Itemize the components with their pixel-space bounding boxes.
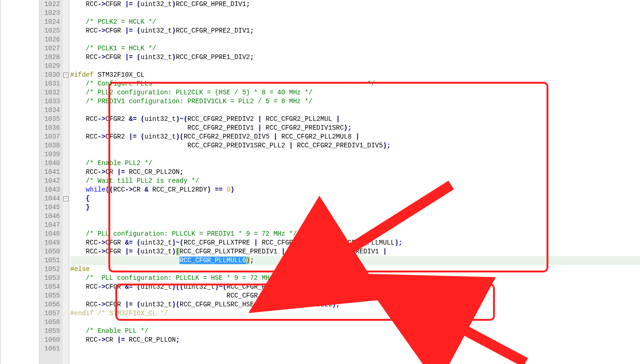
code-line[interactable]: RCC->CFGR |= (uint32_t)(RCC_CFGR_PLLXTPR… bbox=[70, 247, 640, 256]
code-line[interactable]: RCC->CFGR &= (uint32_t)((uint32_t)~(RCC_… bbox=[70, 283, 640, 291]
line-number: 1038 bbox=[40, 141, 60, 150]
code-line[interactable]: RCC->CR |= RCC_CR_PLL2ON; bbox=[70, 168, 640, 177]
line-number: 1035 bbox=[40, 115, 60, 124]
fold-gutter[interactable]: −− bbox=[63, 0, 69, 364]
code-line[interactable]: RCC_CFGR2_PREDIV1 | RCC_CFGR2_PREDIV1SRC… bbox=[70, 124, 640, 132]
fold-toggle[interactable]: − bbox=[63, 73, 68, 78]
line-number: 1039 bbox=[40, 150, 60, 159]
code-line[interactable] bbox=[70, 106, 640, 115]
line-number: 1028 bbox=[40, 53, 60, 62]
line-number: 1033 bbox=[40, 97, 60, 106]
code-line[interactable]: /* PREDIV1 configuration: PREDIV1CLK = P… bbox=[70, 97, 640, 106]
code-line[interactable]: #ifdef STM32F10X_CL bbox=[70, 71, 640, 79]
line-number: 1024 bbox=[40, 18, 60, 26]
line-number: 1049 bbox=[40, 238, 60, 247]
line-number: 1054 bbox=[40, 283, 60, 291]
code-line[interactable]: RCC->CFGR |= (uint32_t)RCC_CFGR_PPRE2_DI… bbox=[70, 26, 640, 35]
line-number: 1057 bbox=[40, 309, 60, 318]
code-line[interactable]: /* Wait till PLL2 is ready */ bbox=[70, 177, 640, 185]
line-number: 1023 bbox=[40, 9, 60, 18]
line-number: 1055 bbox=[40, 291, 60, 300]
code-line[interactable]: /* Enable PLL */ bbox=[70, 327, 640, 336]
code-line[interactable]: /* Configure PLLs ----------------------… bbox=[70, 79, 640, 88]
line-number: 1037 bbox=[40, 132, 60, 141]
line-number: 1052 bbox=[40, 265, 60, 274]
code-line[interactable] bbox=[70, 9, 640, 18]
line-number: 1044 bbox=[40, 194, 60, 203]
line-number: 1051 bbox=[40, 256, 60, 265]
code-line[interactable]: /* PCLK2 = HCLK */ bbox=[70, 18, 640, 26]
code-line[interactable]: #else bbox=[70, 265, 640, 274]
line-number: 1059 bbox=[40, 327, 60, 336]
code-line[interactable]: RCC_CFGR_PLLMULL)); bbox=[70, 291, 640, 300]
code-line[interactable] bbox=[70, 221, 640, 230]
line-number: 1058 bbox=[40, 318, 60, 327]
code-line[interactable]: while((RCC->CR & RCC_CR_PLL2RDY) == 0) bbox=[70, 185, 640, 194]
line-number: 1056 bbox=[40, 300, 60, 309]
code-line[interactable]: /* PLL2 configuration: PLL2CLK = (HSE / … bbox=[70, 88, 640, 97]
code-line[interactable]: RCC->CFGR &= (uint32_t)~(RCC_CFGR_PLLXTP… bbox=[70, 238, 640, 247]
code-line[interactable] bbox=[70, 35, 640, 44]
code-line[interactable] bbox=[70, 318, 640, 327]
line-number: 1026 bbox=[40, 35, 60, 44]
code-line[interactable]: #endif /* STM32F10X_CL */ bbox=[70, 309, 640, 318]
line-number: 1041 bbox=[40, 168, 60, 177]
line-number: 1042 bbox=[40, 177, 60, 185]
line-number: 1040 bbox=[40, 159, 60, 168]
code-line[interactable]: /* Enable PLL2 */ bbox=[70, 159, 640, 168]
line-number: 1025 bbox=[40, 26, 60, 35]
line-number: 1043 bbox=[40, 185, 60, 194]
code-line[interactable] bbox=[70, 212, 640, 221]
line-number: 1022 bbox=[40, 0, 60, 9]
line-number: 1046 bbox=[40, 212, 60, 221]
code-line[interactable] bbox=[70, 344, 640, 353]
line-number: 1031 bbox=[40, 79, 60, 88]
line-number: 1050 bbox=[40, 247, 60, 256]
code-line[interactable]: RCC->CFGR |= (uint32_t)(RCC_CFGR_PLLSRC_… bbox=[70, 300, 640, 309]
line-number: 1032 bbox=[40, 88, 60, 97]
line-number: 1061 bbox=[40, 344, 60, 353]
code-line[interactable]: RCC->CFGR2 &= (uint32_t)~(RCC_CFGR2_PRED… bbox=[70, 115, 640, 124]
code-line[interactable]: } bbox=[70, 203, 640, 212]
code-line[interactable]: /* PLL configuration: PLLCLK = HSE * 9 =… bbox=[70, 274, 640, 283]
line-number-gutter: 1022102310241025102610271028102910301031… bbox=[40, 0, 63, 364]
line-number: 1053 bbox=[40, 274, 60, 283]
code-line[interactable]: RCC_CFGR_PLLMULL6); bbox=[70, 256, 640, 265]
code-line[interactable]: RCC->CFGR2 |= (uint32_t)(RCC_CFGR2_PREDI… bbox=[70, 132, 640, 141]
line-number: 1047 bbox=[40, 221, 60, 230]
fold-toggle[interactable]: − bbox=[63, 196, 68, 201]
line-number: 1060 bbox=[40, 336, 60, 344]
line-number: 1030 bbox=[40, 71, 60, 79]
editor-margin bbox=[0, 0, 40, 364]
line-number: 1027 bbox=[40, 44, 60, 53]
code-line[interactable]: RCC->CR |= RCC_CR_PLLON; bbox=[70, 336, 640, 344]
line-number: 1034 bbox=[40, 106, 60, 115]
code-line[interactable] bbox=[70, 150, 640, 159]
code-line[interactable]: /* PCLK1 = HCLK */ bbox=[70, 44, 640, 53]
code-editor: 1022102310241025102610271028102910301031… bbox=[0, 0, 640, 364]
code-line[interactable] bbox=[70, 62, 640, 71]
line-number: 1029 bbox=[40, 62, 60, 71]
line-number: 1036 bbox=[40, 124, 60, 132]
code-line[interactable]: RCC->CFGR |= (uint32_t)RCC_CFGR_HPRE_DIV… bbox=[70, 0, 640, 9]
code-content[interactable]: RCC->CFGR |= (uint32_t)RCC_CFGR_HPRE_DIV… bbox=[69, 0, 640, 364]
code-line[interactable]: RCC_CFGR2_PREDIV1SRC_PLL2 | RCC_CFGR2_PR… bbox=[70, 141, 640, 150]
line-number: 1048 bbox=[40, 230, 60, 238]
code-line[interactable]: RCC->CFGR |= (uint32_t)RCC_CFGR_PPRE1_DI… bbox=[70, 53, 640, 62]
code-line[interactable]: /* PLL configuration: PLLCLK = PREDIV1 *… bbox=[70, 230, 640, 238]
line-number: 1045 bbox=[40, 203, 60, 212]
code-line[interactable]: { bbox=[70, 194, 640, 203]
